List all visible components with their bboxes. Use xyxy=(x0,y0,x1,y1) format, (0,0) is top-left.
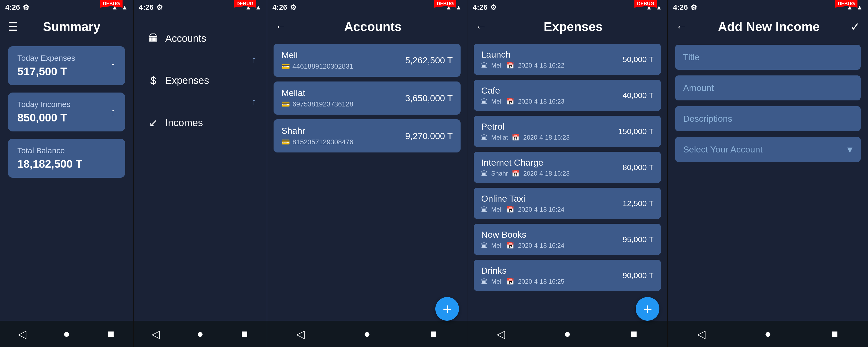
square-btn-4[interactable]: ■ xyxy=(623,323,644,344)
expense-amount-5: 95,000 T xyxy=(623,235,654,244)
accounts-list: Meli 💳 4461889120302831 5,262,500 T Mell… xyxy=(267,38,467,321)
summary-title: Summary xyxy=(18,20,125,34)
check-icon-5[interactable]: ✓ xyxy=(850,20,860,33)
expense-item-0[interactable]: Launch 🏛 Meli 📅 2020-4-18 16:22 50,000 T xyxy=(474,44,661,75)
back-btn-5[interactable]: ◁ xyxy=(691,323,712,344)
status-time-2: 4:26 ⚙ xyxy=(139,3,163,12)
expense-item-1[interactable]: Cafe 🏛 Meli 📅 2020-4-18 16:23 40,000 T xyxy=(474,80,661,111)
title-input[interactable] xyxy=(675,45,861,70)
menu-icon[interactable]: ☰ xyxy=(8,20,18,33)
expense-account-0: Meli xyxy=(491,62,503,69)
descriptions-input[interactable] xyxy=(675,106,861,131)
expense-item-3[interactable]: Internet Charge 🏛 Shahr 📅 2020-4-18 16:2… xyxy=(474,152,661,183)
select-placeholder: Select Your Account xyxy=(683,144,763,155)
sidebar-item-accounts[interactable]: 🏛 Accounts xyxy=(139,25,261,52)
back-icon-3[interactable]: ← xyxy=(275,20,287,33)
scroll-up-arrow: ↑ xyxy=(252,55,256,65)
account-item-mellat[interactable]: Mellat 💳 6975381923736128 3,650,000 T xyxy=(274,82,461,115)
account-select-wrapper: Select Your Account ▼ xyxy=(675,137,861,162)
time-label: 4:26 xyxy=(5,3,20,11)
expense-item-2[interactable]: Petrol 🏛 Mellat 📅 2020-4-18 16:23 150,00… xyxy=(474,116,661,147)
today-incomes-value: 850,000 T xyxy=(18,112,67,124)
today-expenses-card[interactable]: Today Expenses 517,500 T ↑ xyxy=(8,46,125,85)
back-btn-1[interactable]: ◁ xyxy=(11,323,33,344)
account-balance-1: 3,650,000 T xyxy=(405,93,453,103)
cal-icon-1: 📅 xyxy=(506,98,514,105)
bank-icon-0: 🏛 xyxy=(481,62,487,69)
expense-amount-3: 80,000 T xyxy=(623,163,654,172)
expense-account-5: Meli xyxy=(491,242,503,249)
back-btn-3[interactable]: ◁ xyxy=(290,323,311,344)
back-icon-4[interactable]: ← xyxy=(475,20,487,33)
expense-item-5[interactable]: New Books 🏛 Meli 📅 2020-4-18 16:24 95,00… xyxy=(474,224,661,255)
add-account-fab[interactable]: + xyxy=(435,297,459,321)
bottom-nav-1: ◁ ● ■ xyxy=(0,321,133,347)
expense-amount-2: 150,000 T xyxy=(618,127,654,136)
expenses-list: Launch 🏛 Meli 📅 2020-4-18 16:22 50,000 T… xyxy=(467,38,667,321)
cal-icon-5: 📅 xyxy=(506,242,514,249)
square-btn-5[interactable]: ■ xyxy=(824,323,845,344)
sidebar-item-expenses[interactable]: $ Expenses xyxy=(139,67,261,94)
status-time-4: 4:26 ⚙ xyxy=(473,3,497,12)
add-income-form: Select Your Account ▼ xyxy=(668,38,868,321)
top-bar-5: ← Add New Income ✓ xyxy=(668,15,868,38)
expenses-panel: 4:26 ⚙ ▲ ▲ DEBUG ← Expenses Launch 🏛 Mel… xyxy=(467,0,668,347)
sidebar-item-incomes[interactable]: ↙ Incomes xyxy=(139,109,261,136)
cal-icon-4: 📅 xyxy=(506,206,514,213)
today-expenses-value: 517,500 T xyxy=(18,65,67,78)
expense-date-1: 2020-4-18 16:23 xyxy=(518,98,564,105)
amount-input[interactable] xyxy=(675,75,861,100)
bank-icon-5: 🏛 xyxy=(481,242,487,249)
expense-item-4[interactable]: Online Taxi 🏛 Meli 📅 2020-4-18 16:24 12,… xyxy=(474,188,661,219)
today-incomes-card[interactable]: Today Incomes 850,000 T ↑ xyxy=(8,93,125,131)
status-time-5: 4:26 ⚙ xyxy=(673,3,697,12)
home-btn-3[interactable]: ● xyxy=(357,323,378,344)
add-income-title: Add New Income xyxy=(687,20,850,34)
total-balance-label: Total Balance xyxy=(18,146,65,155)
account-item-meli[interactable]: Meli 💳 4461889120302831 5,262,500 T xyxy=(274,44,461,77)
expenses-nav-label: Expenses xyxy=(165,75,209,86)
select-account-dropdown[interactable]: Select Your Account xyxy=(675,137,861,162)
accounts-nav-label: Accounts xyxy=(165,33,206,44)
home-btn-4[interactable]: ● xyxy=(557,323,578,344)
home-btn-5[interactable]: ● xyxy=(757,323,778,344)
time-label-4: 4:26 xyxy=(473,3,487,11)
back-btn-2[interactable]: ◁ xyxy=(145,323,166,344)
expense-item-6[interactable]: Drinks 🏛 Meli 📅 2020-4-18 16:25 90,000 T xyxy=(474,260,661,291)
account-item-shahr[interactable]: Shahr 💳 8152357129308476 9,270,000 T xyxy=(274,119,461,153)
square-btn-1[interactable]: ■ xyxy=(100,323,122,344)
add-income-panel: 4:26 ⚙ ▲ ▲ DEBUG ← Add New Income ✓ Sele… xyxy=(668,0,868,347)
add-expense-fab[interactable]: + xyxy=(636,297,659,321)
expenses-title: Expenses xyxy=(487,20,659,34)
today-incomes-label: Today Incomes xyxy=(18,100,70,109)
accounts-icon: 🏛 xyxy=(147,33,160,44)
expense-account-4: Meli xyxy=(491,206,503,213)
home-btn-1[interactable]: ● xyxy=(56,323,77,344)
bank-icon-4: 🏛 xyxy=(481,206,487,213)
bank-icon-6: 🏛 xyxy=(481,278,487,285)
bank-icon-2: 🏛 xyxy=(481,134,487,141)
time-label-5: 4:26 xyxy=(673,3,688,11)
expense-amount-6: 90,000 T xyxy=(623,271,654,280)
square-btn-2[interactable]: ■ xyxy=(234,323,255,344)
total-balance-card[interactable]: Total Balance 18,182,500 T xyxy=(8,139,125,178)
expense-account-3: Shahr xyxy=(491,170,508,177)
sidebar-nav: 🏛 Accounts ↑ $ Expenses ↑ ↙ Incomes xyxy=(134,15,267,321)
accounts-title: Accounts xyxy=(287,20,459,34)
back-btn-4[interactable]: ◁ xyxy=(490,323,511,344)
top-bar-4: ← Expenses xyxy=(467,15,667,38)
square-btn-3[interactable]: ■ xyxy=(423,323,444,344)
expense-amount-0: 50,000 T xyxy=(623,55,654,64)
settings-icon-2: ⚙ xyxy=(156,3,163,12)
settings-icon-5: ⚙ xyxy=(690,3,697,12)
bottom-nav-2: ◁ ● ■ xyxy=(134,321,267,347)
expense-date-2: 2020-4-18 16:23 xyxy=(523,134,569,141)
expense-date-3: 2020-4-18 16:23 xyxy=(523,170,569,177)
home-btn-2[interactable]: ● xyxy=(190,323,211,344)
expense-amount-4: 12,500 T xyxy=(623,199,654,208)
today-expenses-label: Today Expenses xyxy=(18,54,75,63)
expense-account-2: Mellat xyxy=(491,134,508,141)
top-bar-1: ☰ Summary xyxy=(0,15,133,38)
status-time-1: 4:26 ⚙ xyxy=(5,3,29,12)
back-icon-5[interactable]: ← xyxy=(676,20,687,33)
